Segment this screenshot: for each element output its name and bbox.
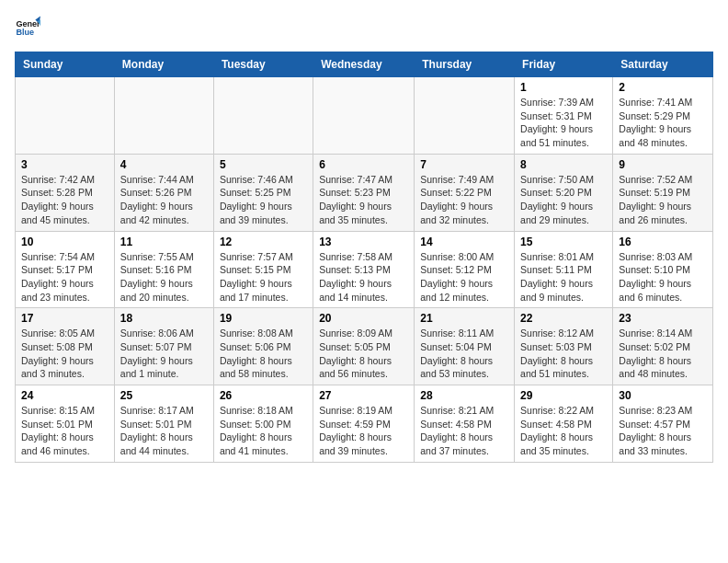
day-info: Sunrise: 8:11 AM Sunset: 5:04 PM Dayligh… <box>420 327 508 381</box>
day-info: Sunrise: 8:19 AM Sunset: 4:59 PM Dayligh… <box>319 404 408 458</box>
logo-icon: General Blue <box>15 15 40 40</box>
calendar-cell <box>213 77 313 155</box>
day-number: 25 <box>120 389 208 402</box>
day-number: 21 <box>420 312 508 325</box>
calendar-cell: 9Sunrise: 7:52 AM Sunset: 5:19 PM Daylig… <box>613 154 713 231</box>
calendar-cell: 27Sunrise: 8:19 AM Sunset: 4:59 PM Dayli… <box>313 385 415 463</box>
day-number: 29 <box>520 389 607 402</box>
day-info: Sunrise: 8:01 AM Sunset: 5:11 PM Dayligh… <box>520 250 607 304</box>
day-number: 27 <box>319 389 408 402</box>
day-number: 16 <box>619 236 707 248</box>
day-number: 4 <box>120 158 208 171</box>
day-info: Sunrise: 8:05 AM Sunset: 5:08 PM Dayligh… <box>21 327 108 381</box>
day-info: Sunrise: 8:03 AM Sunset: 5:10 PM Dayligh… <box>619 250 707 304</box>
calendar-cell: 8Sunrise: 7:50 AM Sunset: 5:20 PM Daylig… <box>515 154 613 231</box>
calendar-cell: 15Sunrise: 8:01 AM Sunset: 5:11 PM Dayli… <box>515 231 613 308</box>
day-header-sunday: Sunday <box>16 52 115 77</box>
day-info: Sunrise: 8:18 AM Sunset: 5:00 PM Dayligh… <box>220 404 307 458</box>
day-number: 9 <box>619 158 707 171</box>
day-info: Sunrise: 8:22 AM Sunset: 4:58 PM Dayligh… <box>520 404 607 458</box>
day-info: Sunrise: 7:58 AM Sunset: 5:13 PM Dayligh… <box>319 250 408 304</box>
calendar-cell: 20Sunrise: 8:09 AM Sunset: 5:05 PM Dayli… <box>313 308 415 385</box>
calendar-cell: 19Sunrise: 8:08 AM Sunset: 5:06 PM Dayli… <box>213 308 313 385</box>
day-header-monday: Monday <box>114 52 213 77</box>
calendar-cell: 21Sunrise: 8:11 AM Sunset: 5:04 PM Dayli… <box>415 308 515 385</box>
calendar-cell: 13Sunrise: 7:58 AM Sunset: 5:13 PM Dayli… <box>313 231 415 308</box>
day-info: Sunrise: 8:08 AM Sunset: 5:06 PM Dayligh… <box>220 327 307 381</box>
day-header-thursday: Thursday <box>415 52 515 77</box>
calendar-cell: 16Sunrise: 8:03 AM Sunset: 5:10 PM Dayli… <box>613 231 713 308</box>
day-info: Sunrise: 7:47 AM Sunset: 5:23 PM Dayligh… <box>319 173 408 227</box>
day-info: Sunrise: 8:06 AM Sunset: 5:07 PM Dayligh… <box>120 327 208 381</box>
day-info: Sunrise: 8:23 AM Sunset: 4:57 PM Dayligh… <box>619 404 707 458</box>
day-number: 10 <box>21 236 108 248</box>
day-info: Sunrise: 7:46 AM Sunset: 5:25 PM Dayligh… <box>220 173 307 227</box>
calendar-cell: 24Sunrise: 8:15 AM Sunset: 5:01 PM Dayli… <box>16 385 115 463</box>
day-info: Sunrise: 7:44 AM Sunset: 5:26 PM Dayligh… <box>120 173 208 227</box>
day-number: 17 <box>21 312 108 325</box>
day-number: 7 <box>420 158 508 171</box>
calendar-cell <box>16 77 115 155</box>
calendar-cell: 28Sunrise: 8:21 AM Sunset: 4:58 PM Dayli… <box>415 385 515 463</box>
day-number: 12 <box>220 236 307 248</box>
calendar-cell: 26Sunrise: 8:18 AM Sunset: 5:00 PM Dayli… <box>213 385 313 463</box>
svg-text:Blue: Blue <box>16 28 34 37</box>
calendar-cell: 14Sunrise: 8:00 AM Sunset: 5:12 PM Dayli… <box>415 231 515 308</box>
day-header-wednesday: Wednesday <box>313 52 415 77</box>
day-info: Sunrise: 8:09 AM Sunset: 5:05 PM Dayligh… <box>319 327 408 381</box>
calendar-cell: 23Sunrise: 8:14 AM Sunset: 5:02 PM Dayli… <box>613 308 713 385</box>
day-number: 26 <box>220 389 307 402</box>
calendar-week-1: 1Sunrise: 7:39 AM Sunset: 5:31 PM Daylig… <box>16 77 713 155</box>
day-info: Sunrise: 7:54 AM Sunset: 5:17 PM Dayligh… <box>21 250 108 304</box>
day-info: Sunrise: 8:14 AM Sunset: 5:02 PM Dayligh… <box>619 327 707 381</box>
day-number: 24 <box>21 389 108 402</box>
day-info: Sunrise: 8:17 AM Sunset: 5:01 PM Dayligh… <box>120 404 208 458</box>
day-info: Sunrise: 8:00 AM Sunset: 5:12 PM Dayligh… <box>420 250 508 304</box>
day-info: Sunrise: 7:49 AM Sunset: 5:22 PM Dayligh… <box>420 173 508 227</box>
day-info: Sunrise: 8:21 AM Sunset: 4:58 PM Dayligh… <box>420 404 508 458</box>
day-number: 19 <box>220 312 307 325</box>
day-number: 30 <box>619 389 707 402</box>
page-header: General Blue <box>15 15 713 40</box>
calendar-cell: 11Sunrise: 7:55 AM Sunset: 5:16 PM Dayli… <box>114 231 213 308</box>
calendar-cell: 1Sunrise: 7:39 AM Sunset: 5:31 PM Daylig… <box>515 77 613 155</box>
day-number: 15 <box>520 236 607 248</box>
calendar-table: SundayMondayTuesdayWednesdayThursdayFrid… <box>15 52 713 463</box>
calendar-cell: 12Sunrise: 7:57 AM Sunset: 5:15 PM Dayli… <box>213 231 313 308</box>
calendar-header-row: SundayMondayTuesdayWednesdayThursdayFrid… <box>16 52 713 77</box>
calendar-cell: 5Sunrise: 7:46 AM Sunset: 5:25 PM Daylig… <box>213 154 313 231</box>
calendar-cell: 29Sunrise: 8:22 AM Sunset: 4:58 PM Dayli… <box>515 385 613 463</box>
day-number: 3 <box>21 158 108 171</box>
day-info: Sunrise: 7:39 AM Sunset: 5:31 PM Dayligh… <box>520 96 607 150</box>
day-info: Sunrise: 7:42 AM Sunset: 5:28 PM Dayligh… <box>21 173 108 227</box>
day-number: 28 <box>420 389 508 402</box>
day-info: Sunrise: 8:12 AM Sunset: 5:03 PM Dayligh… <box>520 327 607 381</box>
calendar-cell: 17Sunrise: 8:05 AM Sunset: 5:08 PM Dayli… <box>16 308 115 385</box>
day-number: 1 <box>520 81 607 94</box>
calendar-cell: 25Sunrise: 8:17 AM Sunset: 5:01 PM Dayli… <box>114 385 213 463</box>
day-info: Sunrise: 7:55 AM Sunset: 5:16 PM Dayligh… <box>120 250 208 304</box>
calendar-cell: 2Sunrise: 7:41 AM Sunset: 5:29 PM Daylig… <box>613 77 713 155</box>
calendar-cell <box>313 77 415 155</box>
day-number: 18 <box>120 312 208 325</box>
day-header-friday: Friday <box>515 52 613 77</box>
day-number: 11 <box>120 236 208 248</box>
calendar-cell: 4Sunrise: 7:44 AM Sunset: 5:26 PM Daylig… <box>114 154 213 231</box>
calendar-cell: 7Sunrise: 7:49 AM Sunset: 5:22 PM Daylig… <box>415 154 515 231</box>
day-number: 23 <box>619 312 707 325</box>
day-number: 14 <box>420 236 508 248</box>
calendar-cell: 30Sunrise: 8:23 AM Sunset: 4:57 PM Dayli… <box>613 385 713 463</box>
day-header-tuesday: Tuesday <box>213 52 313 77</box>
day-number: 22 <box>520 312 607 325</box>
day-number: 13 <box>319 236 408 248</box>
day-info: Sunrise: 8:15 AM Sunset: 5:01 PM Dayligh… <box>21 404 108 458</box>
day-number: 5 <box>220 158 307 171</box>
calendar-cell: 22Sunrise: 8:12 AM Sunset: 5:03 PM Dayli… <box>515 308 613 385</box>
day-info: Sunrise: 7:57 AM Sunset: 5:15 PM Dayligh… <box>220 250 307 304</box>
day-info: Sunrise: 7:52 AM Sunset: 5:19 PM Dayligh… <box>619 173 707 227</box>
logo: General Blue <box>15 15 44 40</box>
calendar-cell: 3Sunrise: 7:42 AM Sunset: 5:28 PM Daylig… <box>16 154 115 231</box>
day-info: Sunrise: 7:41 AM Sunset: 5:29 PM Dayligh… <box>619 96 707 150</box>
calendar-cell <box>114 77 213 155</box>
calendar-week-3: 10Sunrise: 7:54 AM Sunset: 5:17 PM Dayli… <box>16 231 713 308</box>
